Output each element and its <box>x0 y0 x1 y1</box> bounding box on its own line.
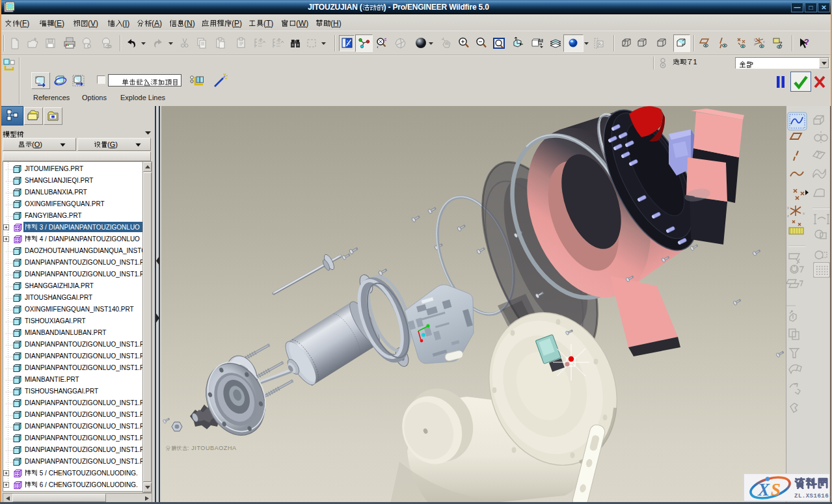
svg-text:y: y <box>754 37 756 41</box>
svg-text:X: X <box>757 480 770 499</box>
svg-text:AB: AB <box>538 38 543 43</box>
svg-text:z: z <box>787 214 789 218</box>
svg-text:S: S <box>771 480 781 499</box>
svg-text:?: ? <box>804 37 809 47</box>
svg-text:y: y <box>787 206 789 209</box>
svg-text:x: x <box>803 211 805 215</box>
svg-text:x: x <box>763 40 765 44</box>
